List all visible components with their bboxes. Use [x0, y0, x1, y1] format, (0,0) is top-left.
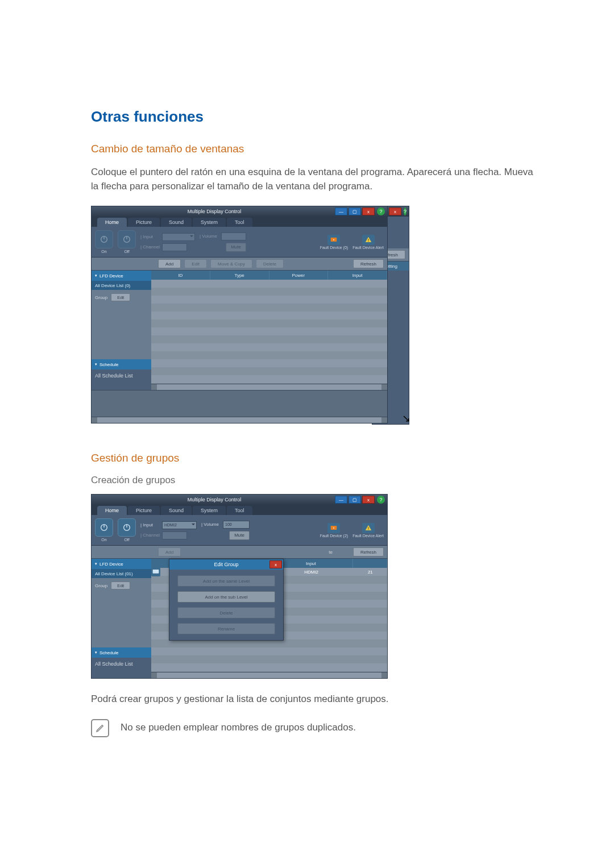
side-all-schedule[interactable]: All Schedule List — [95, 661, 133, 667]
tab-tool[interactable]: Tool — [227, 506, 252, 515]
svg-rect-13 — [368, 529, 368, 530]
input-combo[interactable] — [162, 233, 195, 241]
window-title: Multiple Display Control — [94, 209, 335, 214]
power-on-label: On — [101, 250, 106, 254]
caret-down-icon: ▾ — [95, 562, 97, 566]
input-label: | Input — [140, 522, 160, 528]
help-icon[interactable]: ? — [404, 207, 406, 215]
help-icon[interactable]: ? — [377, 207, 385, 215]
col-input: Input — [328, 271, 387, 280]
tab-tool[interactable]: Tool — [227, 218, 252, 227]
power-on-button[interactable] — [95, 518, 113, 537]
volume-label: | Volume — [200, 234, 219, 239]
h-scrollbar[interactable] — [92, 417, 387, 423]
dialog-delete-button[interactable]: Delete — [177, 607, 275, 618]
device-icon — [151, 567, 160, 576]
tab-home[interactable]: Home — [97, 506, 127, 515]
side-lfd-header[interactable]: ▾LFD Device — [92, 559, 151, 569]
power-on-button[interactable] — [95, 230, 113, 248]
tab-sound[interactable]: Sound — [161, 506, 192, 515]
device-table-body — [151, 280, 387, 384]
mute-button[interactable]: Mute — [229, 531, 250, 540]
fault-device-icon[interactable] — [327, 235, 340, 245]
side-all-device-list[interactable]: All Device List (01) — [92, 569, 151, 578]
power-on-label: On — [101, 538, 106, 542]
screenshot-resize: — ▢ x ? Refresh Setting Multiple Display… — [91, 206, 409, 423]
side-all-schedule[interactable]: All Schedule List — [95, 373, 133, 379]
volume-spinner[interactable]: 100 — [223, 521, 250, 529]
tab-picture[interactable]: Picture — [128, 506, 160, 515]
screenshot-groups: Multiple Display Control — ▢ x ? Home Pi… — [91, 494, 387, 679]
tab-system[interactable]: System — [193, 218, 226, 227]
power-off-label: Off — [124, 538, 129, 542]
section-groups-heading: Gestión de grupos — [91, 452, 563, 464]
fault-alert-icon[interactable] — [362, 523, 375, 533]
power-off-button[interactable] — [118, 518, 136, 537]
status-bar — [92, 390, 387, 417]
note-icon — [91, 719, 109, 737]
fault-alert-label: Fault Device Alert — [352, 246, 384, 250]
dialog-close-button[interactable]: x — [269, 560, 282, 568]
channel-spinner[interactable] — [162, 531, 187, 539]
power-off-button[interactable] — [118, 230, 136, 248]
svg-rect-14 — [153, 570, 159, 574]
tab-home[interactable]: Home — [97, 218, 127, 227]
win-max-button[interactable]: ▢ — [349, 207, 361, 215]
col-type: Type — [210, 271, 269, 280]
side-schedule-header[interactable]: ▾Schedule — [92, 647, 151, 658]
win-min-button[interactable]: — — [335, 207, 347, 215]
side-schedule-header[interactable]: ▾Schedule — [92, 359, 151, 369]
edit-button[interactable]: Edit — [184, 259, 207, 268]
col-blank — [353, 559, 387, 568]
win-min-button[interactable]: — — [335, 496, 347, 504]
side-lfd-header[interactable]: ▾LFD Device — [92, 271, 151, 281]
refresh-button[interactable]: Refresh — [353, 547, 384, 556]
edit-group-dialog: Edit Group x Add on the same Level Add o… — [169, 559, 284, 641]
group-edit-button[interactable]: Edit — [111, 582, 130, 589]
add-sub-level-button[interactable]: Add on the sub Level — [177, 591, 275, 603]
side-group-label: Group — [95, 583, 107, 588]
side-group-label: Group — [95, 295, 107, 300]
app-window-front: Multiple Display Control — ▢ x ? Home Pi… — [91, 206, 388, 423]
tab-sound[interactable]: Sound — [161, 218, 192, 227]
win-close-button[interactable]: x — [389, 207, 401, 215]
delete-button[interactable]: Delete — [256, 259, 284, 268]
h-scrollbar[interactable] — [151, 672, 387, 678]
h-scrollbar[interactable] — [151, 384, 387, 390]
win-max-button[interactable]: ▢ — [349, 496, 361, 504]
help-icon[interactable]: ? — [377, 496, 385, 504]
dialog-rename-button[interactable]: Rename — [177, 623, 275, 634]
resize-cursor-icon: ↘ — [402, 412, 410, 425]
volume-spinner[interactable] — [221, 232, 246, 240]
tab-picture[interactable]: Picture — [128, 218, 160, 227]
dialog-title: Edit Group — [214, 562, 238, 567]
caret-down-icon: ▾ — [95, 273, 97, 278]
win-close-button[interactable]: x — [362, 207, 375, 215]
fault-device-label: Fault Device (0) — [320, 246, 348, 250]
groups-note: No se pueden emplear nombres de grupos d… — [121, 721, 356, 735]
section-create-groups-heading: Creación de grupos — [91, 475, 563, 486]
side-all-device-list[interactable]: All Device List (0) — [92, 281, 151, 290]
col-te-fragment: te — [329, 550, 333, 555]
add-button[interactable]: Add — [158, 547, 181, 556]
svg-rect-5 — [368, 239, 368, 240]
group-edit-button[interactable]: Edit — [111, 293, 130, 301]
add-same-level-button[interactable]: Add on the same Level — [177, 575, 275, 587]
col-id: ID — [151, 271, 210, 280]
input-label: | Input — [140, 234, 160, 239]
win-close-button[interactable]: x — [362, 496, 375, 504]
section-resize-heading: Cambio de tamaño de ventanas — [91, 143, 563, 155]
caret-down-icon: ▾ — [95, 362, 97, 367]
fault-alert-label: Fault Device Alert — [352, 534, 384, 538]
refresh-button[interactable]: Refresh — [353, 259, 384, 268]
channel-spinner[interactable] — [162, 243, 187, 251]
move-copy-button[interactable]: Move & Copy — [210, 259, 252, 268]
caret-down-icon: ▾ — [95, 650, 97, 655]
ribbon-tabs: Home Picture Sound System Tool — [92, 217, 387, 227]
fault-device-icon[interactable] — [327, 523, 340, 533]
mute-button[interactable]: Mute — [226, 243, 246, 252]
fault-alert-icon[interactable] — [362, 235, 375, 245]
input-combo[interactable]: HDMI2 — [162, 521, 197, 529]
add-button[interactable]: Add — [158, 259, 181, 268]
tab-system[interactable]: System — [193, 506, 226, 515]
